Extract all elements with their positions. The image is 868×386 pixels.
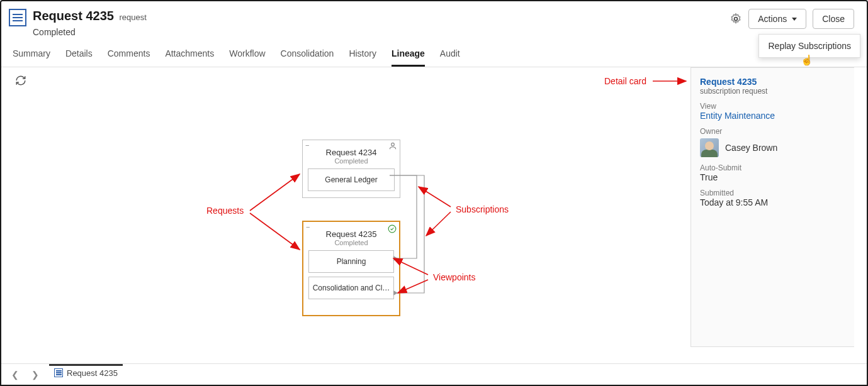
detail-owner-label: Owner <box>700 127 845 136</box>
tab-bar: Summary Details Comments Attachments Wor… <box>1 42 867 67</box>
lineage-canvas-area: − Request 4234 Completed General Ledger … <box>1 67 867 347</box>
footer-tab-request-4235[interactable]: Request 4235 <box>49 364 123 378</box>
close-button-label: Close <box>822 14 845 24</box>
node-status: Completed <box>308 157 395 165</box>
svg-point-1 <box>392 143 395 146</box>
detail-view-link[interactable]: Entity Maintenance <box>700 111 845 121</box>
tab-summary[interactable]: Summary <box>13 48 50 67</box>
viewpoint-planning[interactable]: Planning <box>308 250 394 273</box>
svg-line-7 <box>419 187 451 207</box>
tab-lineage[interactable]: Lineage <box>392 48 425 67</box>
tab-history[interactable]: History <box>349 48 376 67</box>
svg-point-0 <box>735 18 738 21</box>
page-status: Completed <box>33 27 730 37</box>
detail-card: Request 4235 subscription request View E… <box>690 67 854 347</box>
lineage-node-request-4234[interactable]: − Request 4234 Completed General Ledger <box>302 140 400 198</box>
svg-line-6 <box>250 213 300 250</box>
avatar <box>700 138 719 157</box>
svg-line-10 <box>398 280 428 293</box>
annotation-requests: Requests <box>206 206 244 216</box>
detail-view-label: View <box>700 102 845 111</box>
actions-button-label: Actions <box>758 14 787 24</box>
annotation-detail-card: Detail card <box>604 76 646 86</box>
cursor-hand-icon: ☝ <box>801 54 813 66</box>
page-title-suffix: request <box>119 13 146 22</box>
lineage-canvas[interactable]: − Request 4234 Completed General Ledger … <box>1 67 690 347</box>
request-icon <box>54 368 63 377</box>
tab-comments[interactable]: Comments <box>108 48 150 67</box>
tab-audit[interactable]: Audit <box>440 48 460 67</box>
detail-submitted-label: Submitted <box>700 189 845 197</box>
node-status: Completed <box>308 239 394 246</box>
detail-owner-name: Casey Brown <box>725 143 777 153</box>
menu-item-label: Replay Subscriptions <box>768 41 851 51</box>
actions-button[interactable]: Actions <box>748 9 806 29</box>
tab-workflow[interactable]: Workflow <box>229 48 265 67</box>
close-button[interactable]: Close <box>813 9 854 29</box>
node-title: Request 4235 <box>308 229 394 239</box>
footer-tab-label: Request 4235 <box>67 368 118 378</box>
annotation-subscriptions: Subscriptions <box>456 204 509 214</box>
gear-icon[interactable] <box>730 13 742 25</box>
node-title: Request 4234 <box>308 148 395 157</box>
detail-submitted-value: Today at 9:55 AM <box>700 197 845 207</box>
page-title: Request 4235 <box>33 9 114 23</box>
nav-forward-icon[interactable]: ❯ <box>29 368 42 381</box>
request-icon <box>9 9 26 26</box>
refresh-icon[interactable] <box>15 75 26 89</box>
annotation-viewpoints: Viewpoints <box>433 272 475 282</box>
menu-replay-subscriptions[interactable]: Replay Subscriptions ☝ <box>759 35 860 57</box>
viewpoint-general-ledger[interactable]: General Ledger <box>308 168 395 191</box>
viewpoint-consolidation[interactable]: Consolidation and Cl… <box>308 277 394 299</box>
svg-line-5 <box>250 174 300 211</box>
tab-attachments[interactable]: Attachments <box>165 48 214 67</box>
svg-point-2 <box>388 225 396 233</box>
detail-title[interactable]: Request 4235 <box>700 77 845 87</box>
svg-line-8 <box>426 212 451 236</box>
lineage-node-request-4235[interactable]: − Request 4235 Completed Planning Consol… <box>302 221 400 316</box>
detail-subtitle: subscription request <box>700 87 845 96</box>
tab-consolidation[interactable]: Consolidation <box>281 48 334 67</box>
footer-bar: ❮ ❯ Request 4235 <box>1 363 867 385</box>
detail-autosubmit-label: Auto-Submit <box>700 163 845 172</box>
collapse-icon[interactable]: − <box>305 141 309 149</box>
page-header: Request 4235 request Completed Actions C… <box>1 1 867 42</box>
chevron-down-icon <box>792 18 797 21</box>
nav-back-icon[interactable]: ❮ <box>9 368 21 381</box>
check-circle-icon <box>388 224 397 233</box>
collapse-icon[interactable]: − <box>306 223 310 231</box>
actions-menu: Replay Subscriptions ☝ <box>758 34 860 58</box>
person-icon <box>388 141 397 150</box>
detail-autosubmit-value: True <box>700 172 845 182</box>
tab-details[interactable]: Details <box>65 48 93 67</box>
